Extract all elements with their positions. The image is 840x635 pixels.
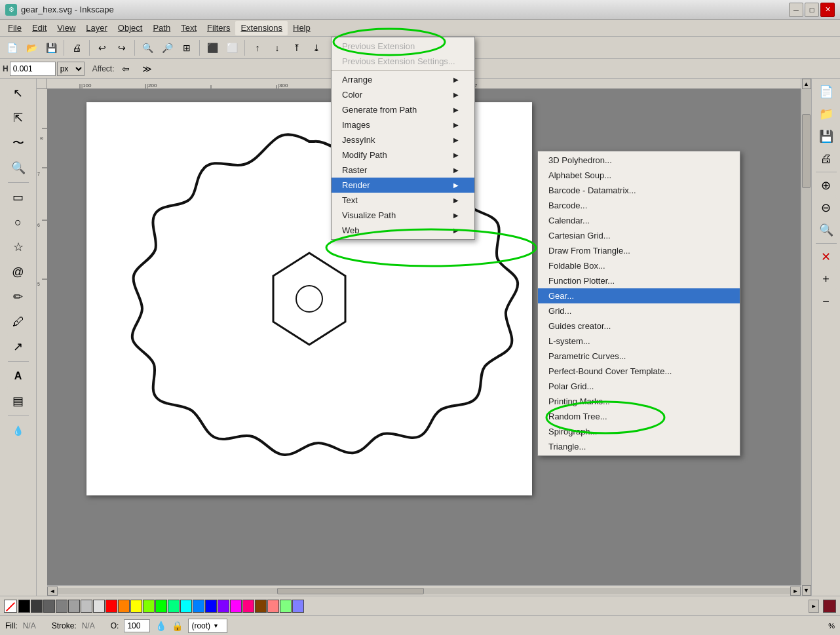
menu-edit[interactable]: Edit xyxy=(27,21,52,35)
printing-marks-item[interactable]: Printing Marks... xyxy=(538,394,740,409)
color-yellow[interactable] xyxy=(130,600,142,613)
height-input[interactable] xyxy=(10,62,56,76)
right-new-button[interactable]: 📄 xyxy=(816,81,837,102)
palette-scroll-right[interactable]: ► xyxy=(809,600,819,613)
render-item[interactable]: Render ▶ xyxy=(332,178,474,193)
spiral-tool[interactable]: @ xyxy=(7,260,30,284)
affect-options2[interactable]: ≫ xyxy=(138,60,156,78)
l-system-item[interactable]: L-system... xyxy=(538,334,740,349)
color-periwinkle[interactable] xyxy=(292,600,304,613)
null-color-swatch[interactable] xyxy=(4,600,17,613)
spirograph-item[interactable]: Spirograph... xyxy=(538,424,740,439)
new-button[interactable]: 📄 xyxy=(3,39,21,57)
menu-file[interactable]: File xyxy=(3,21,27,35)
hscroll-left[interactable]: ◄ xyxy=(47,587,58,596)
triangle-item[interactable]: Triangle... xyxy=(538,439,740,454)
context-dropdown[interactable]: (root) ▼ xyxy=(188,619,227,633)
color-blue[interactable] xyxy=(205,600,217,613)
hscroll-right[interactable]: ► xyxy=(790,587,801,596)
prev-extension-item[interactable]: Previous Extension xyxy=(332,39,474,54)
alphabet-soup-item[interactable]: Alphabet Soup... xyxy=(538,168,740,183)
rect-tool[interactable]: ▭ xyxy=(7,185,30,209)
ungroup-button[interactable]: ⬜ xyxy=(223,39,241,57)
color-magenta[interactable] xyxy=(230,600,242,613)
cartesian-grid-item[interactable]: Cartesian Grid... xyxy=(538,228,740,243)
color-whitegray[interactable] xyxy=(93,600,105,613)
circle-tool[interactable]: ○ xyxy=(7,210,30,234)
color-lime[interactable] xyxy=(143,600,155,613)
node-tool[interactable]: ⇱ xyxy=(7,106,30,130)
perfect-bound-item[interactable]: Perfect-Bound Cover Template... xyxy=(538,364,740,379)
vscroll-down[interactable]: ▼ xyxy=(802,585,811,596)
calendar-item[interactable]: Calendar... xyxy=(538,213,740,228)
color-brown[interactable] xyxy=(255,600,267,613)
menu-path[interactable]: Path xyxy=(147,21,176,35)
color-lightgray[interactable] xyxy=(68,600,80,613)
menu-layer[interactable]: Layer xyxy=(81,21,113,35)
jessyink-item[interactable]: JessyInk ▶ xyxy=(332,132,474,147)
vscrollbar[interactable]: ▲ ▼ xyxy=(801,79,811,596)
menu-text[interactable]: Text xyxy=(176,21,202,35)
lower-button[interactable]: ↓ xyxy=(268,39,286,57)
right-zoom-in[interactable]: ⊕ xyxy=(816,175,837,196)
prev-extension-settings-item[interactable]: Previous Extension Settings... xyxy=(332,54,474,69)
select-tool[interactable]: ↖ xyxy=(7,81,30,105)
text-item[interactable]: Text ▶ xyxy=(332,193,474,208)
function-plotter-item[interactable]: Function Plotter... xyxy=(538,273,740,288)
minimize-button[interactable]: ─ xyxy=(789,3,803,17)
color-violet[interactable] xyxy=(218,600,229,613)
menu-view[interactable]: View xyxy=(52,21,81,35)
zoom-out-button[interactable]: 🔎 xyxy=(158,39,176,57)
right-open-button[interactable]: 📁 xyxy=(816,104,837,125)
color-midgray[interactable] xyxy=(56,600,67,613)
gradient-tool[interactable]: ▤ xyxy=(7,389,30,413)
color-item[interactable]: Color ▶ xyxy=(332,87,474,102)
hscroll-thumb[interactable] xyxy=(277,588,424,594)
polar-grid-item[interactable]: Polar Grid... xyxy=(538,379,740,394)
tweak-tool[interactable]: 〜 xyxy=(7,131,30,155)
print-button[interactable]: 🖨 xyxy=(67,39,86,57)
undo-button[interactable]: ↩ xyxy=(93,39,111,57)
barcode-item[interactable]: Barcode... xyxy=(538,198,740,213)
vscroll-thumb[interactable] xyxy=(802,114,811,189)
menu-help[interactable]: Help xyxy=(288,21,316,35)
pen-tool[interactable]: 🖊 xyxy=(7,310,30,334)
color-red[interactable] xyxy=(105,600,117,613)
unit-select[interactable]: px mm in xyxy=(57,62,85,76)
save-button[interactable]: 💾 xyxy=(42,39,60,57)
zoom-in-button[interactable]: 🔍 xyxy=(138,39,157,57)
barcode-datamatrix-item[interactable]: Barcode - Datamatrix... xyxy=(538,183,740,198)
right-minus[interactable]: − xyxy=(816,291,837,312)
raster-item[interactable]: Raster ▶ xyxy=(332,163,474,178)
maximize-button[interactable]: □ xyxy=(805,3,819,17)
right-save-button[interactable]: 💾 xyxy=(816,126,837,147)
right-plus[interactable]: + xyxy=(816,269,837,290)
right-zoom-fit[interactable]: 🔍 xyxy=(816,220,837,241)
star-tool[interactable]: ☆ xyxy=(7,235,30,259)
calligraphy-tool[interactable]: ↗ xyxy=(7,335,30,358)
pencil-tool[interactable]: ✏ xyxy=(7,285,30,309)
zoom-tool[interactable]: 🔍 xyxy=(7,156,30,180)
color-salmon[interactable] xyxy=(267,600,279,613)
eyedropper-tool[interactable]: 💧 xyxy=(7,419,30,442)
bottom-button[interactable]: ⤓ xyxy=(307,39,326,57)
modify-path-item[interactable]: Modify Path ▶ xyxy=(332,147,474,163)
3d-polyhedron-item[interactable]: 3D Polyhedron... xyxy=(538,153,740,168)
color-cyan[interactable] xyxy=(180,600,192,613)
parametric-curves-item[interactable]: Parametric Curves... xyxy=(538,349,740,364)
color-black[interactable] xyxy=(18,600,30,613)
guides-creator-item[interactable]: Guides creator... xyxy=(538,318,740,334)
close-button[interactable]: ✕ xyxy=(820,3,835,17)
color-orange[interactable] xyxy=(118,600,130,613)
color-pink[interactable] xyxy=(242,600,254,613)
affect-options[interactable]: ⇦ xyxy=(117,60,135,78)
color-silver[interactable] xyxy=(81,600,92,613)
foldable-box-item[interactable]: Foldable Box... xyxy=(538,258,740,273)
gear-item[interactable]: Gear... xyxy=(538,288,740,303)
color-gray[interactable] xyxy=(43,600,55,613)
grid-item[interactable]: Grid... xyxy=(538,303,740,318)
raise-button[interactable]: ↑ xyxy=(248,39,267,57)
redo-button[interactable]: ↪ xyxy=(113,39,131,57)
arrange-item[interactable]: Arrange ▶ xyxy=(332,72,474,87)
color-green[interactable] xyxy=(155,600,167,613)
